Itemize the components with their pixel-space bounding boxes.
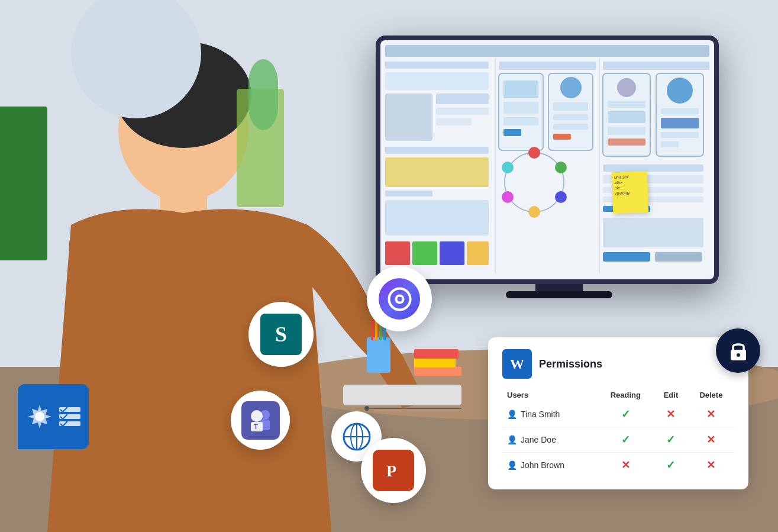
svg-rect-10 [367, 337, 390, 373]
svg-rect-31 [440, 241, 464, 265]
svg-rect-24 [436, 118, 472, 125]
check-edit-jane: ✓ [666, 434, 675, 446]
svg-rect-22 [436, 93, 489, 104]
svg-rect-34 [499, 62, 596, 70]
powerpoint-icon: P [373, 450, 414, 491]
gear-icon [25, 402, 54, 431]
settings-bubble[interactable] [18, 384, 89, 449]
col-edit: Edit [654, 388, 688, 402]
svg-point-77 [397, 296, 402, 301]
x-delete-jane: ✕ [706, 434, 715, 446]
permissions-table: Users Reading Edit Delete 👤 Tina Smith ✓… [502, 388, 734, 478]
globe-icon [341, 421, 372, 452]
svg-rect-18 [385, 45, 709, 57]
table-row: 👤 Jane Doe ✓ ✓ ✕ [502, 427, 734, 453]
svg-rect-73 [603, 252, 650, 262]
svg-rect-19 [385, 62, 489, 69]
permissions-panel: W Permissions Users Reading Edit Delete … [488, 337, 748, 489]
monitor-screen [380, 40, 714, 279]
svg-point-94 [737, 353, 740, 357]
x-reading-john: ✕ [621, 459, 630, 471]
table-row: 👤 Tina Smith ✓ ✕ ✕ [502, 402, 734, 427]
m365-icon [379, 278, 420, 320]
svg-point-41 [560, 77, 582, 98]
svg-rect-54 [603, 62, 709, 70]
decorative-green-rect [0, 107, 47, 260]
svg-point-51 [502, 191, 514, 203]
svg-rect-37 [503, 102, 538, 114]
svg-point-48 [555, 162, 567, 173]
user-icon: 👤 [507, 435, 517, 444]
check-edit-john: ✓ [666, 459, 675, 471]
user-icon: 👤 [507, 460, 517, 470]
permissions-title: Permissions [539, 358, 602, 370]
svg-rect-21 [385, 93, 432, 141]
svg-point-62 [667, 78, 693, 104]
user-cell-john: 👤 John Brown [507, 460, 593, 470]
svg-rect-36 [503, 80, 538, 98]
svg-rect-25 [385, 147, 489, 154]
x-edit-tina: ✕ [666, 408, 675, 420]
svg-point-46 [505, 153, 564, 212]
checklist-icon [58, 405, 82, 428]
svg-rect-67 [603, 165, 703, 172]
svg-rect-44 [553, 124, 588, 130]
check-reading-tina: ✓ [621, 408, 630, 420]
teams-icon-bubble[interactable]: T [231, 391, 290, 450]
m365-icon-bubble[interactable] [367, 266, 432, 331]
svg-rect-58 [608, 111, 645, 123]
svg-rect-60 [608, 138, 645, 146]
svg-rect-16 [414, 358, 456, 367]
svg-point-52 [502, 162, 514, 173]
col-delete: Delete [688, 388, 734, 402]
svg-point-49 [555, 191, 567, 203]
sticky-note: unit 1ml athi- ble- ypytolgy [612, 171, 648, 214]
svg-rect-7 [343, 385, 461, 405]
user-cell-jane: 👤 Jane Doe [507, 435, 593, 444]
svg-rect-45 [553, 134, 571, 140]
permissions-header: W Permissions [502, 349, 734, 379]
svg-rect-63 [661, 108, 699, 114]
svg-rect-38 [503, 117, 538, 125]
x-delete-tina: ✕ [706, 408, 715, 420]
svg-rect-42 [553, 102, 588, 111]
svg-rect-17 [414, 349, 459, 359]
check-reading-jane: ✓ [621, 434, 630, 446]
monitor-base [506, 291, 612, 298]
lock-icon [727, 340, 750, 362]
svg-point-47 [528, 147, 540, 159]
svg-rect-26 [385, 157, 489, 187]
word-icon: W [502, 349, 532, 379]
svg-rect-28 [385, 200, 489, 236]
svg-rect-30 [412, 241, 437, 265]
sharepoint-icon-bubble[interactable]: S [248, 302, 314, 367]
svg-text:P: P [386, 462, 396, 480]
teams-icon: T [241, 401, 280, 440]
svg-point-80 [251, 410, 263, 422]
monitor [376, 36, 719, 284]
svg-rect-32 [467, 241, 489, 265]
svg-rect-59 [608, 127, 645, 135]
svg-rect-65 [661, 132, 699, 138]
svg-rect-57 [608, 101, 645, 108]
svg-rect-20 [385, 72, 489, 90]
svg-rect-27 [385, 191, 432, 196]
svg-point-56 [617, 78, 636, 97]
user-cell-tina: 👤 Tina Smith [507, 410, 593, 419]
svg-point-50 [528, 206, 540, 218]
svg-rect-15 [414, 367, 461, 376]
sharepoint-icon: S [260, 314, 302, 355]
svg-rect-11 [371, 320, 373, 340]
svg-rect-66 [661, 141, 679, 147]
col-reading: Reading [598, 388, 654, 402]
x-delete-john: ✕ [706, 459, 715, 471]
user-icon: 👤 [507, 410, 517, 419]
table-row: 👤 John Brown ✕ ✓ ✕ [502, 453, 734, 478]
powerpoint-icon-bubble[interactable]: P [361, 438, 426, 503]
svg-rect-74 [655, 252, 702, 262]
svg-rect-9 [248, 59, 278, 130]
col-users: Users [502, 388, 598, 402]
svg-rect-39 [503, 129, 521, 136]
svg-rect-43 [553, 114, 588, 120]
svg-rect-29 [385, 241, 410, 265]
